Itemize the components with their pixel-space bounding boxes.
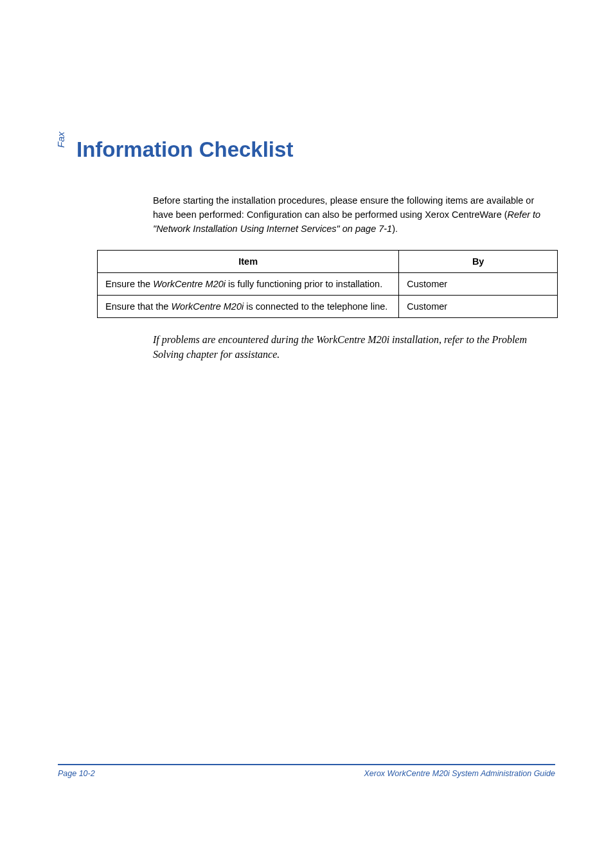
- footer-page-number: Page 10-2: [58, 769, 95, 778]
- page-title: Information Checklist: [76, 137, 555, 162]
- item-cell: Ensure the WorkCentre M20i is fully func…: [98, 273, 399, 296]
- intro-post-text: ).: [392, 224, 398, 234]
- intro-paragraph: Before starting the installation procedu…: [153, 194, 542, 236]
- header-by: By: [399, 251, 558, 273]
- side-section-label: Fax: [55, 132, 66, 148]
- header-item: Item: [98, 251, 399, 273]
- note-paragraph: If problems are encountered during the W…: [153, 332, 542, 362]
- by-cell: Customer: [399, 273, 558, 296]
- checklist-table: Item By Ensure the WorkCentre M20i is fu…: [97, 250, 558, 318]
- item-cell: Ensure that the WorkCentre M20i is conne…: [98, 296, 399, 318]
- item-pre: Ensure the: [105, 279, 153, 289]
- document-page: Fax Information Checklist Before startin…: [0, 0, 613, 868]
- item-post: is connected to the telephone line.: [244, 301, 387, 312]
- page-footer: Page 10-2 Xerox WorkCentre M20i System A…: [58, 764, 555, 778]
- product-name: WorkCentre M20i: [153, 279, 226, 289]
- table-header-row: Item By: [98, 251, 558, 273]
- table-row: Ensure that the WorkCentre M20i is conne…: [98, 296, 558, 318]
- item-pre: Ensure that the: [105, 301, 171, 312]
- footer-doc-title: Xerox WorkCentre M20i System Administrat…: [364, 769, 555, 778]
- product-name: WorkCentre M20i: [171, 301, 244, 312]
- table-row: Ensure the WorkCentre M20i is fully func…: [98, 273, 558, 296]
- by-cell: Customer: [399, 296, 558, 318]
- item-post: is fully functioning prior to installati…: [226, 279, 382, 289]
- intro-pre-text: Before starting the installation procedu…: [153, 195, 534, 220]
